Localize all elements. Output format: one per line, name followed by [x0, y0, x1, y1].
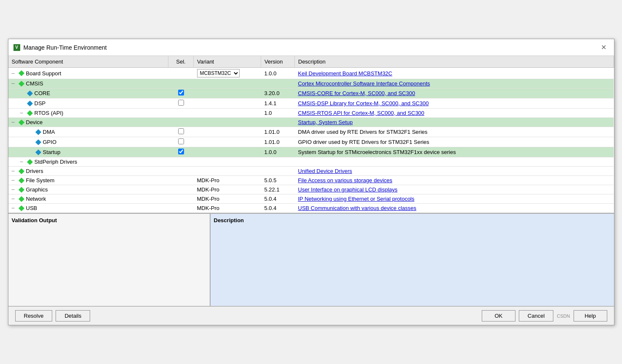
component-label: Graphics — [26, 186, 48, 193]
variant-cell — [194, 79, 261, 88]
close-button[interactable]: ✕ — [598, 43, 609, 52]
checkbox-empty[interactable] — [178, 138, 184, 144]
version-cell: 1.4.1 — [261, 98, 295, 109]
description-cell[interactable]: Cortex Microcontroller Software Interfac… — [295, 79, 614, 88]
sel-cell[interactable] — [168, 137, 194, 147]
variant-cell — [194, 157, 261, 167]
main-content: Software Component Sel. Variant Version … — [8, 56, 614, 325]
collapse-icon[interactable]: ─ — [12, 169, 17, 173]
diamond-icon — [19, 205, 24, 211]
version-cell: 3.20.0 — [261, 88, 295, 98]
help-button[interactable]: Help — [574, 310, 607, 321]
diamond-icon — [35, 129, 41, 135]
table-row: Startup1.0.0System Startup for STMicroel… — [8, 147, 614, 157]
description-link[interactable]: CMSIS-RTOS API for Cortex-M, SC000, and … — [298, 110, 424, 116]
description-cell[interactable]: CMSIS-CORE for Cortex-M, SC000, and SC30… — [295, 88, 614, 98]
collapse-icon[interactable]: ─ — [12, 71, 17, 76]
description-cell[interactable]: CMSIS-DSP Library for Cortex-M, SC000, a… — [295, 98, 614, 109]
checkbox-empty[interactable] — [178, 100, 184, 106]
description-link[interactable]: Startup, System Setup — [298, 119, 353, 125]
header-version: Version — [261, 56, 295, 68]
description-link[interactable]: CMSIS-DSP Library for Cortex-M, SC000, a… — [298, 100, 429, 106]
collapse-icon[interactable]: ─ — [20, 159, 25, 164]
component-label: USB — [26, 205, 37, 211]
description-link[interactable]: File Access on various storage devices — [298, 177, 392, 183]
description-cell[interactable]: Startup, System Setup — [295, 118, 614, 127]
version-cell: 1.0.0 — [261, 147, 295, 157]
sel-cell[interactable] — [168, 147, 194, 157]
checkbox-empty[interactable] — [178, 128, 184, 134]
description-link[interactable]: USB Communication with various device cl… — [298, 205, 416, 211]
svg-rect-7 — [35, 139, 41, 145]
cancel-button[interactable]: Cancel — [519, 310, 553, 321]
collapse-icon[interactable]: ─ — [12, 187, 17, 192]
manage-rte-dialog: V Manage Run-Time Environment ✕ Software… — [8, 39, 614, 325]
variant-cell[interactable]: MCBSTM32C — [194, 68, 261, 79]
footer: Resolve Details OK Cancel CSDN Help — [8, 306, 614, 325]
collapse-icon[interactable]: ─ — [20, 111, 25, 115]
component-label: Drivers — [26, 168, 43, 174]
collapse-icon[interactable]: ─ — [12, 197, 17, 201]
diamond-icon — [27, 101, 33, 106]
ok-button[interactable]: OK — [482, 310, 515, 321]
description-link[interactable]: User Interface on graphical LCD displays — [298, 186, 398, 193]
component-label: CMSIS — [26, 80, 43, 87]
sel-cell[interactable] — [168, 127, 194, 137]
version-cell — [261, 157, 295, 167]
diamond-icon — [35, 139, 41, 145]
component-label: DSP — [35, 100, 46, 106]
collapse-icon[interactable]: ─ — [12, 206, 17, 210]
table-row: ─ USBMDK-Pro5.0.4USB Communication with … — [8, 204, 614, 213]
collapse-icon[interactable]: ─ — [12, 81, 17, 86]
variant-cell — [194, 127, 261, 137]
tree-item-device-startup: Startup — [12, 149, 165, 155]
description-link[interactable]: Unified Device Drivers — [298, 168, 352, 174]
description-link[interactable]: CMSIS-CORE for Cortex-M, SC000, and SC30… — [298, 90, 415, 96]
svg-rect-12 — [19, 187, 24, 193]
version-cell: 5.0.5 — [261, 176, 295, 185]
checkbox-checked[interactable] — [178, 149, 184, 154]
diamond-icon — [27, 159, 33, 165]
collapse-icon[interactable]: ─ — [12, 120, 17, 125]
description-cell[interactable]: Unified Device Drivers — [295, 167, 614, 176]
description-cell[interactable]: CMSIS-RTOS API for Cortex-M, SC000, and … — [295, 109, 614, 118]
validation-panel: Validation Output — [8, 214, 211, 306]
details-button[interactable]: Details — [56, 310, 90, 321]
sel-cell — [168, 79, 194, 88]
tree-item-cmsis-dsp: DSP — [12, 100, 165, 106]
description-cell[interactable]: IP Networking using Ethernet or Serial p… — [295, 194, 614, 204]
variant-select[interactable]: MCBSTM32C — [197, 69, 240, 77]
description-cell[interactable]: File Access on various storage devices — [295, 176, 614, 185]
header-description: Description — [295, 56, 614, 68]
table-row: ─ GraphicsMDK-Pro5.22.1User Interface on… — [8, 185, 614, 194]
svg-rect-6 — [35, 129, 41, 135]
sel-cell[interactable] — [168, 88, 194, 98]
svg-rect-2 — [27, 90, 33, 96]
component-label: GPIO — [43, 139, 57, 145]
diamond-icon — [19, 196, 24, 202]
description-link[interactable]: Cortex Microcontroller Software Interfac… — [298, 80, 430, 87]
diamond-icon — [19, 70, 24, 76]
header-component: Software Component — [8, 56, 168, 68]
sel-cell — [168, 68, 194, 79]
tree-item-file-system: ─ File System — [12, 177, 165, 183]
table-row: CORE3.20.0CMSIS-CORE for Cortex-M, SC000… — [8, 88, 614, 98]
watermark: CSDN — [557, 314, 570, 319]
sel-cell[interactable] — [168, 98, 194, 109]
table-row: ─ StdPeriph Drivers — [8, 157, 614, 167]
description-link[interactable]: IP Networking using Ethernet or Serial p… — [298, 196, 415, 202]
variant-cell — [194, 98, 261, 109]
component-label: Network — [26, 196, 46, 202]
description-title: Description — [214, 217, 611, 223]
collapse-icon[interactable]: ─ — [12, 178, 17, 183]
description-cell — [295, 157, 614, 167]
diamond-icon — [27, 110, 33, 116]
description-cell[interactable]: User Interface on graphical LCD displays — [295, 185, 614, 194]
resolve-button[interactable]: Resolve — [15, 310, 53, 321]
description-cell[interactable]: USB Communication with various device cl… — [295, 204, 614, 213]
svg-rect-4 — [27, 110, 33, 116]
checkbox-checked[interactable] — [178, 90, 184, 96]
variant-cell — [194, 167, 261, 176]
description-cell[interactable]: Keil Development Board MCBSTM32C — [295, 68, 614, 79]
description-link[interactable]: Keil Development Board MCBSTM32C — [298, 70, 392, 77]
